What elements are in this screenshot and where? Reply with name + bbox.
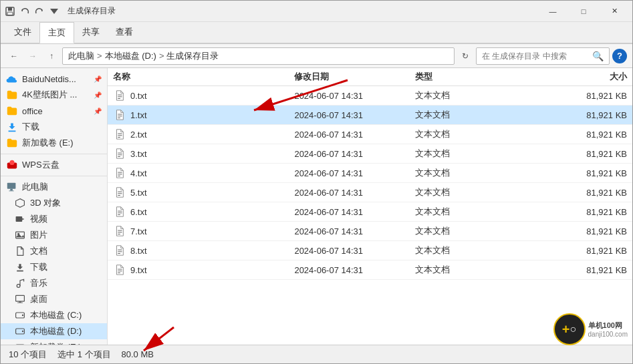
col-header-date[interactable]: 修改日期 bbox=[294, 71, 415, 83]
minimize-button[interactable]: — bbox=[537, 1, 568, 22]
col-header-name[interactable]: 名称 bbox=[113, 71, 294, 83]
sidebar-item-office[interactable]: office 📌 bbox=[1, 103, 107, 119]
file-rows-container: 0.txt 2024-06-07 14:31 文本文档 81,921 KB 1.… bbox=[108, 86, 632, 280]
table-row[interactable]: 5.txt 2024-06-07 14:31 文本文档 81,921 KB bbox=[108, 183, 632, 202]
sidebar-item-pictures[interactable]: 图片 bbox=[1, 227, 107, 243]
svg-point-17 bbox=[17, 285, 20, 288]
svg-rect-19 bbox=[19, 301, 21, 303]
search-input[interactable] bbox=[482, 51, 590, 61]
back-button[interactable]: ← bbox=[6, 48, 22, 64]
file-name-cell: 9.txt bbox=[113, 263, 294, 277]
file-icon-txt bbox=[113, 224, 126, 238]
sidebar-label-wps-cloud: WPS云盘 bbox=[22, 159, 102, 171]
sidebar-label-local-c: 本地磁盘 (C:) bbox=[30, 309, 102, 321]
help-button[interactable]: ? bbox=[612, 49, 627, 63]
sidebar-item-wallpaper[interactable]: 4K壁纸图片 ... 📌 bbox=[1, 87, 107, 103]
file-icon-txt bbox=[113, 186, 126, 199]
up-button[interactable]: ↑ bbox=[43, 48, 59, 64]
quick-undo-icon[interactable] bbox=[18, 5, 31, 18]
file-type: 文本文档 bbox=[415, 167, 536, 179]
file-name-cell: 0.txt bbox=[113, 89, 294, 102]
sidebar-label-local-d: 本地磁盘 (D:) bbox=[30, 325, 102, 337]
sidebar-item-music[interactable]: 音乐 bbox=[1, 275, 107, 291]
file-date: 2024-06-07 14:31 bbox=[294, 226, 415, 236]
file-icon-txt bbox=[113, 166, 126, 180]
sidebar-label-documents: 文档 bbox=[30, 245, 102, 257]
sidebar-label-3d-objects: 3D 对象 bbox=[30, 197, 102, 209]
ribbon: 文件 主页 共享 查看 bbox=[1, 22, 632, 44]
table-row[interactable]: 7.txt 2024-06-07 14:31 文本文档 81,921 KB bbox=[108, 222, 632, 241]
forward-button[interactable]: → bbox=[25, 48, 41, 64]
svg-marker-16 bbox=[16, 234, 25, 237]
sidebar-label-new-vol-e: 新加载卷 (E:) bbox=[22, 137, 102, 149]
file-date: 2024-06-07 14:31 bbox=[294, 265, 415, 275]
ribbon-tabs: 文件 主页 共享 查看 bbox=[1, 22, 632, 43]
file-type: 文本文档 bbox=[415, 89, 536, 102]
tab-home[interactable]: 主页 bbox=[39, 22, 74, 43]
sidebar-item-downloads[interactable]: 下载 bbox=[1, 259, 107, 275]
file-type: 文本文档 bbox=[415, 148, 536, 160]
dropdown-arrow-icon[interactable] bbox=[47, 5, 61, 18]
image-icon bbox=[14, 229, 26, 241]
folder-icon-office bbox=[6, 105, 18, 117]
sidebar-item-baidunetdis[interactable]: BaiduNetdis... 📌 bbox=[1, 71, 107, 87]
file-name: 3.txt bbox=[130, 149, 147, 159]
sidebar-item-local-c[interactable]: 本地磁盘 (C:) bbox=[1, 307, 107, 323]
col-header-size[interactable]: 大小 bbox=[536, 71, 627, 83]
maximize-button[interactable]: □ bbox=[568, 1, 599, 22]
sidebar-label-download-pinned: 下载 bbox=[22, 121, 102, 133]
file-name: 9.txt bbox=[130, 265, 147, 275]
sidebar-item-local-d[interactable]: 本地磁盘 (D:) bbox=[1, 323, 107, 339]
table-row[interactable]: 2.txt 2024-06-07 14:31 文本文档 81,921 KB bbox=[108, 125, 632, 144]
table-row[interactable]: 9.txt 2024-06-07 14:31 文本文档 81,921 KB bbox=[108, 260, 632, 280]
sidebar-item-documents[interactable]: 文档 bbox=[1, 243, 107, 259]
hdd-c-icon bbox=[14, 309, 26, 321]
col-header-type[interactable]: 类型 bbox=[415, 71, 536, 83]
refresh-button[interactable]: ↻ bbox=[457, 48, 473, 64]
table-row[interactable]: 8.txt 2024-06-07 14:31 文本文档 81,921 KB bbox=[108, 241, 632, 260]
search-box[interactable]: 🔍 bbox=[476, 47, 610, 65]
file-date: 2024-06-07 14:31 bbox=[294, 91, 415, 101]
file-name-cell: 4.txt bbox=[113, 166, 294, 180]
quick-redo-icon[interactable] bbox=[33, 5, 46, 18]
address-bar[interactable]: 此电脑 > 本地磁盘 (D:) > 生成保存目录 bbox=[62, 47, 455, 65]
svg-rect-12 bbox=[16, 216, 23, 222]
file-size: 81,921 KB bbox=[536, 110, 627, 120]
sidebar-item-desktop[interactable]: 桌面 bbox=[1, 291, 107, 307]
sidebar-item-new-vol-e2[interactable]: 新加载卷 (E:) bbox=[1, 339, 107, 345]
file-icon-txt bbox=[113, 108, 126, 122]
table-row[interactable]: 0.txt 2024-06-07 14:31 文本文档 81,921 KB bbox=[108, 86, 632, 106]
status-bar: 10 个项目 选中 1 个项目 80.0 MB bbox=[1, 345, 632, 363]
sidebar-item-video[interactable]: 视频 bbox=[1, 211, 107, 227]
sidebar-item-wps-cloud[interactable]: WPS云盘 bbox=[1, 157, 107, 173]
table-row[interactable]: 3.txt 2024-06-07 14:31 文本文档 81,921 KB bbox=[108, 144, 632, 164]
sidebar-item-download-pinned[interactable]: 下载 bbox=[1, 119, 107, 135]
close-button[interactable]: ✕ bbox=[599, 1, 630, 22]
sidebar-label-music: 音乐 bbox=[30, 277, 102, 289]
file-pane: 名称 修改日期 类型 大小 0.txt 2024-06-07 14:31 文本文… bbox=[108, 68, 632, 345]
folder-icon-wallpaper bbox=[6, 89, 18, 101]
tab-file[interactable]: 文件 bbox=[6, 22, 39, 43]
sidebar-item-3d-objects[interactable]: 3D 对象 bbox=[1, 195, 107, 211]
computer-icon bbox=[6, 181, 18, 193]
sidebar-item-new-vol-e[interactable]: 新加载卷 (E:) bbox=[1, 135, 107, 151]
table-row[interactable]: 6.txt 2024-06-07 14:31 文本文档 81,921 KB bbox=[108, 202, 632, 222]
table-row[interactable]: 4.txt 2024-06-07 14:31 文本文档 81,921 KB bbox=[108, 164, 632, 183]
video-icon bbox=[14, 213, 26, 225]
sidebar-label-video: 视频 bbox=[30, 213, 102, 225]
cube-icon bbox=[14, 197, 26, 209]
tab-view[interactable]: 查看 bbox=[108, 22, 141, 43]
sidebar-label-pictures: 图片 bbox=[30, 229, 102, 241]
svg-marker-11 bbox=[16, 199, 25, 208]
pin-icon-wallpaper: 📌 bbox=[94, 92, 102, 99]
file-icon-txt bbox=[113, 263, 126, 277]
svg-point-22 bbox=[22, 315, 23, 316]
svg-rect-8 bbox=[7, 183, 16, 189]
music-icon bbox=[14, 277, 26, 289]
file-icon-txt bbox=[113, 128, 126, 141]
file-list-header: 名称 修改日期 类型 大小 bbox=[108, 68, 632, 86]
tab-share[interactable]: 共享 bbox=[74, 22, 108, 43]
sidebar-item-this-pc[interactable]: 此电脑 bbox=[1, 179, 107, 195]
quick-save-icon[interactable] bbox=[3, 5, 17, 18]
table-row[interactable]: 1.txt 2024-06-07 14:31 文本文档 81,921 KB bbox=[108, 106, 632, 125]
